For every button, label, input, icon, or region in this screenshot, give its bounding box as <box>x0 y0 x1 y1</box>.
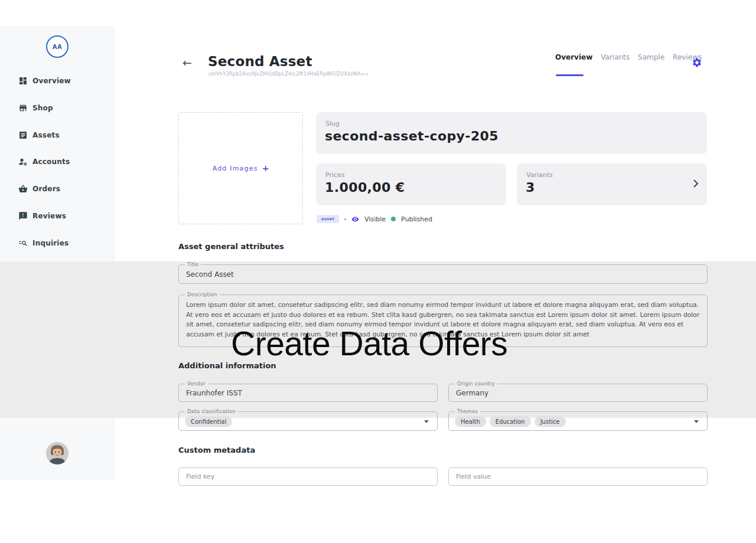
section-general-heading: Asset general attributes <box>178 242 284 251</box>
tab-overview[interactable]: Overview <box>555 53 592 61</box>
sidebar-item-label: Shop <box>32 104 53 112</box>
published-dot-icon <box>391 217 396 221</box>
slug-label: Slug <box>325 120 340 127</box>
sidebar-item-reviews[interactable]: Reviews <box>0 209 115 223</box>
visibility-eye-icon <box>351 215 359 223</box>
add-images-dropzone[interactable]: Add Images + <box>178 112 303 224</box>
dashboard-icon <box>18 76 28 86</box>
sidebar-item-label: Overview <box>32 77 71 85</box>
feedback-icon <box>18 211 28 221</box>
variants-label: Variants <box>526 171 553 179</box>
article-icon <box>18 130 28 140</box>
prices-card: Prices 1.000,00 € <box>316 163 506 205</box>
page-title: Second Asset <box>208 54 312 69</box>
origin-country-field-label: Origin country <box>455 381 497 387</box>
sidebar-item-shop[interactable]: Shop <box>0 101 115 115</box>
variants-card[interactable]: Variants 3 <box>517 163 707 205</box>
sidebar-item-overview[interactable]: Overview <box>0 74 115 88</box>
vendor-input[interactable] <box>186 389 418 397</box>
search-list-icon <box>18 238 28 248</box>
slug-value: second-asset-copy-205 <box>325 129 498 143</box>
theme-chip[interactable]: Education <box>490 416 531 427</box>
title-field-label: Title <box>185 261 201 267</box>
manage-accounts-icon <box>18 157 28 166</box>
dot-separator-icon <box>344 218 346 220</box>
section-custom-metadata-heading: Custom metadata <box>178 446 255 454</box>
vendor-field[interactable]: Vendor <box>178 384 438 402</box>
data-classification-label: Data classification <box>185 408 238 414</box>
active-tab-indicator <box>556 74 584 76</box>
gear-icon[interactable] <box>692 57 702 68</box>
tab-sample[interactable]: Sample <box>638 53 664 61</box>
variants-value: 3 <box>526 180 535 195</box>
asset-type-chip: asset <box>317 215 339 223</box>
field-value-input[interactable] <box>448 467 708 486</box>
prices-value: 1.000,00 € <box>325 180 405 195</box>
sidebar-item-assets[interactable]: Assets <box>0 128 115 142</box>
data-classification-select[interactable]: Data classification Confidential <box>178 411 438 431</box>
watermark-text: Create Data Offers <box>231 324 507 363</box>
title-input[interactable] <box>186 270 662 279</box>
visibility-status: Visible <box>364 215 386 223</box>
add-images-label: Add Images <box>213 165 258 172</box>
publish-status: Published <box>401 215 432 223</box>
dropdown-caret-icon[interactable] <box>424 420 429 423</box>
origin-country-input[interactable] <box>456 389 688 397</box>
field-key-input[interactable] <box>178 467 438 486</box>
sidebar-item-label: Accounts <box>32 158 70 166</box>
asset-id: cmVhY3Rpb24vcHJvZHVjdDpLZmc2M1dHaERpWGlZ… <box>208 71 369 77</box>
status-row: asset Visible Published <box>317 214 432 224</box>
sidebar-item-label: Inquiries <box>32 239 69 247</box>
title-field[interactable]: Title <box>178 264 708 284</box>
user-avatar[interactable] <box>46 442 69 465</box>
chevron-right-icon <box>693 178 699 189</box>
app-logo[interactable]: AA <box>46 35 69 58</box>
prices-label: Prices <box>325 171 345 179</box>
classification-chips: Confidential <box>185 416 232 427</box>
sidebar-item-orders[interactable]: Orders <box>0 182 115 196</box>
sidebar-item-label: Reviews <box>32 212 66 220</box>
themes-label: Themes <box>455 408 480 414</box>
classification-chip[interactable]: Confidential <box>185 416 232 427</box>
basket-icon <box>18 184 28 194</box>
avatar-image <box>46 442 69 465</box>
themes-select[interactable]: Themes Health Education Justice <box>448 411 708 431</box>
storefront-icon <box>18 103 28 113</box>
theme-chip[interactable]: Justice <box>535 416 566 427</box>
page: AA Overview Shop Assets Accounts Orders … <box>0 0 756 543</box>
sidebar-item-inquiries[interactable]: Inquiries <box>0 236 115 250</box>
theme-chips: Health Education Justice <box>455 416 566 427</box>
back-arrow-icon[interactable]: ← <box>183 56 192 69</box>
tab-variants[interactable]: Variants <box>601 53 630 61</box>
vendor-field-label: Vendor <box>185 381 208 387</box>
plus-icon: + <box>262 163 269 173</box>
origin-country-field[interactable]: Origin country <box>448 384 708 402</box>
tab-bar: Overview Variants Sample Reviews <box>555 53 702 61</box>
sidebar-item-accounts[interactable]: Accounts <box>0 155 115 169</box>
sidebar-item-label: Assets <box>32 131 60 139</box>
app-logo-text: AA <box>53 44 62 50</box>
description-field-label: Description <box>185 292 220 297</box>
theme-chip[interactable]: Health <box>455 416 486 427</box>
dropdown-caret-icon[interactable] <box>694 420 699 423</box>
sidebar-item-label: Orders <box>32 185 60 193</box>
slug-card: Slug second-asset-copy-205 <box>316 112 707 154</box>
